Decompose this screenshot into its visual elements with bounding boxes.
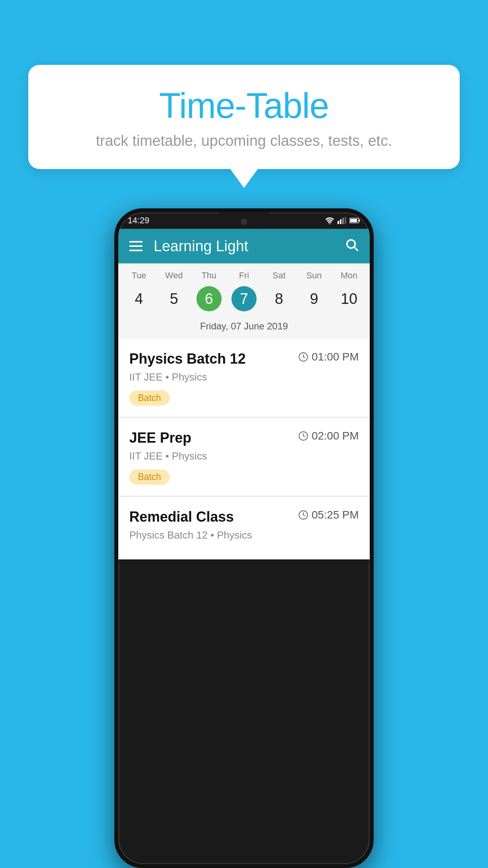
- day-num-6-today: 6: [196, 286, 222, 311]
- schedule-subtitle-3: Physics Batch 12 • Physics: [129, 529, 359, 541]
- day-col-mon: Mon: [332, 270, 367, 281]
- day-name-tue: Tue: [121, 270, 156, 281]
- day-num-col-8[interactable]: 8: [262, 285, 297, 312]
- signal-icon: [338, 217, 346, 224]
- day-num-col-7[interactable]: 7: [226, 286, 261, 311]
- hamburger-line-3: [129, 250, 143, 251]
- day-num-7-selected: 7: [231, 286, 257, 311]
- day-name-wed: Wed: [156, 270, 191, 281]
- schedule-item-3[interactable]: Remedial Class 05:25 PM Physics Batch 12…: [118, 497, 370, 559]
- day-col-sat: Sat: [262, 270, 297, 281]
- svg-rect-4: [345, 217, 346, 224]
- schedule-time-text-2: 02:00 PM: [312, 430, 359, 442]
- batch-badge-1: Batch: [129, 390, 170, 406]
- day-name-sun: Sun: [297, 270, 332, 281]
- wifi-icon: [325, 217, 334, 224]
- phone-screen: 14:29: [118, 212, 370, 864]
- svg-line-9: [354, 247, 358, 250]
- day-num-4: 4: [121, 285, 156, 312]
- day-name-mon: Mon: [332, 270, 367, 281]
- day-num-5: 5: [156, 285, 191, 312]
- hamburger-icon[interactable]: [129, 241, 143, 251]
- day-name-thu: Thu: [191, 270, 226, 281]
- day-col-tue: Tue: [121, 270, 156, 281]
- calendar-strip: Tue Wed Thu Fri Sat: [118, 263, 370, 339]
- day-numbers: 4 5 6 7 8: [118, 284, 370, 318]
- bubble-subtitle: track timetable, upcoming classes, tests…: [52, 132, 436, 149]
- status-icons: [325, 217, 360, 224]
- svg-rect-1: [338, 221, 339, 224]
- app-title: Learning Light: [154, 238, 345, 255]
- schedule-subtitle-2: IIT JEE • Physics: [129, 450, 359, 462]
- schedule-item-3-header: Remedial Class 05:25 PM: [129, 509, 359, 525]
- batch-badge-2: Batch: [129, 469, 170, 485]
- schedule-subtitle-1: IIT JEE • Physics: [129, 371, 359, 383]
- selected-date: Friday, 07 June 2019: [118, 318, 370, 339]
- app-bar: Learning Light: [118, 229, 370, 263]
- schedule-title-1: Physics Batch 12: [129, 351, 246, 367]
- schedule-time-2: 02:00 PM: [298, 430, 359, 442]
- hamburger-line-2: [129, 245, 143, 247]
- day-num-col-5[interactable]: 5: [156, 285, 191, 312]
- day-headers: Tue Wed Thu Fri Sat: [118, 263, 370, 284]
- phone-content: Tue Wed Thu Fri Sat: [118, 263, 370, 864]
- day-num-col-9[interactable]: 9: [297, 285, 332, 312]
- day-num-9: 9: [297, 285, 332, 312]
- notch: [218, 212, 270, 229]
- phone-wrapper: 14:29: [28, 208, 460, 868]
- camera-dot: [241, 219, 247, 225]
- day-name-fri: Fri: [226, 270, 261, 281]
- bubble-title: Time-Table: [52, 86, 436, 125]
- schedule-time-text-3: 05:25 PM: [312, 509, 359, 521]
- schedule-item-2[interactable]: JEE Prep 02:00 PM IIT JEE • Physics Batc…: [118, 418, 370, 496]
- day-name-sat: Sat: [262, 270, 297, 281]
- battery-icon: [349, 217, 360, 224]
- schedule-time-3: 05:25 PM: [298, 509, 359, 521]
- day-num-10: 10: [332, 285, 367, 312]
- schedule-time-1: 01:00 PM: [298, 351, 359, 363]
- clock-icon-3: [298, 510, 308, 520]
- schedule-title-2: JEE Prep: [129, 430, 191, 446]
- schedule-list: Physics Batch 12 01:00 PM IIT JEE • Phys…: [118, 339, 370, 559]
- search-button[interactable]: [345, 237, 359, 255]
- hamburger-line-1: [129, 241, 143, 243]
- day-col-fri: Fri: [226, 270, 261, 281]
- day-num-col-4[interactable]: 4: [121, 285, 156, 312]
- status-time: 14:29: [128, 215, 149, 226]
- svg-rect-2: [340, 219, 341, 224]
- svg-rect-6: [359, 219, 360, 222]
- day-num-col-6[interactable]: 6: [191, 286, 226, 311]
- schedule-item-1[interactable]: Physics Batch 12 01:00 PM IIT JEE • Phys…: [118, 339, 370, 417]
- clock-icon-1: [298, 352, 308, 362]
- clock-icon-2: [298, 431, 308, 441]
- schedule-item-1-header: Physics Batch 12 01:00 PM: [129, 351, 359, 367]
- schedule-title-3: Remedial Class: [129, 509, 234, 525]
- day-num-col-10[interactable]: 10: [332, 285, 367, 312]
- svg-rect-7: [350, 219, 357, 222]
- svg-point-0: [329, 223, 330, 224]
- day-col-thu: Thu: [191, 270, 226, 281]
- day-num-8: 8: [262, 285, 297, 312]
- day-col-sun: Sun: [297, 270, 332, 281]
- phone-device: 14:29: [114, 208, 374, 868]
- schedule-time-text-1: 01:00 PM: [312, 351, 359, 363]
- schedule-item-2-header: JEE Prep 02:00 PM: [129, 430, 359, 446]
- svg-rect-3: [342, 218, 344, 224]
- day-col-wed: Wed: [156, 270, 191, 281]
- speech-bubble: Time-Table track timetable, upcoming cla…: [28, 65, 460, 169]
